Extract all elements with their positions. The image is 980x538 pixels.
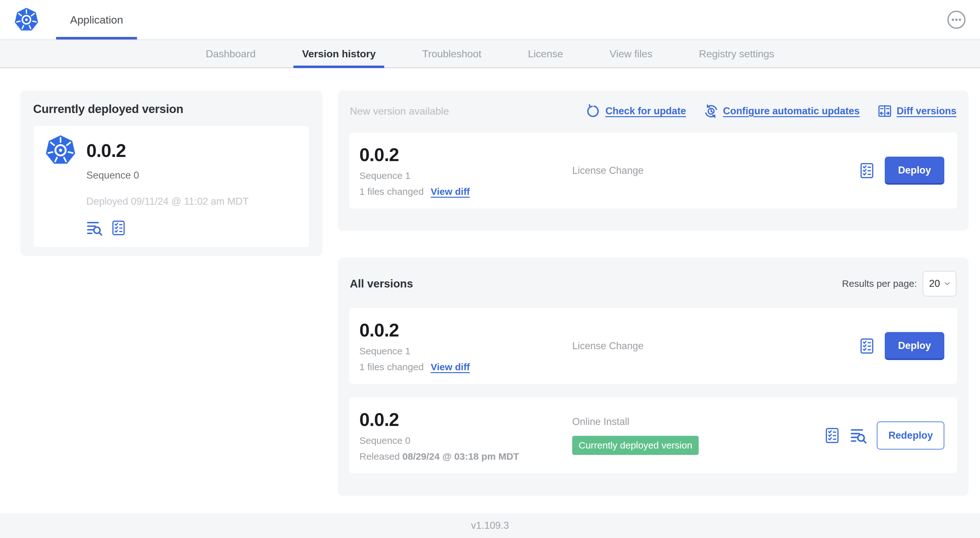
subnav: Dashboard Version history Troubleshoot L… — [0, 40, 980, 68]
app-footer: v1.109.3 — [0, 513, 980, 538]
deploy-button[interactable]: Deploy — [885, 332, 944, 360]
files-changed: 1 files changed — [360, 362, 424, 373]
deployed-sequence: Sequence 0 — [86, 170, 298, 181]
more-menu-button[interactable] — [947, 10, 966, 29]
app-logo — [14, 0, 39, 40]
results-per-page-label: Results per page: — [842, 278, 917, 289]
version-source: License Change — [572, 340, 858, 352]
version-number: 0.0.2 — [360, 144, 572, 165]
checklist-icon[interactable] — [858, 337, 876, 355]
version-number: 0.0.2 — [360, 409, 572, 430]
tab-dashboard[interactable]: Dashboard — [197, 40, 264, 68]
check-for-update-link[interactable]: Check for update — [586, 104, 686, 118]
chevron-down-icon — [943, 279, 951, 288]
new-version-title: New version available — [350, 105, 449, 117]
tab-registry-settings[interactable]: Registry settings — [690, 40, 783, 68]
version-sequence: Sequence 1 — [360, 346, 572, 357]
version-sequence: Sequence 1 — [360, 170, 572, 181]
diff-icon — [877, 104, 892, 118]
kubernetes-logo-icon — [14, 7, 39, 32]
main-content: Currently deployed version 0.0.2 Sequenc… — [0, 68, 980, 513]
checklist-icon[interactable] — [823, 427, 841, 444]
refresh-icon — [586, 104, 601, 118]
diff-versions-link[interactable]: Diff versions — [877, 104, 956, 118]
redeploy-button[interactable]: Redeploy — [877, 422, 944, 449]
currently-deployed-badge: Currently deployed version — [572, 436, 699, 455]
console-version: v1.109.3 — [471, 520, 509, 531]
currently-deployed-card: 0.0.2 Sequence 0 Deployed 09/11/24 @ 11:… — [33, 125, 310, 248]
tab-troubleshoot[interactable]: Troubleshoot — [414, 40, 490, 68]
view-diff-link[interactable]: View diff — [431, 362, 470, 373]
checklist-icon[interactable] — [858, 162, 876, 179]
right-column: New version available Check for update C… — [338, 90, 969, 513]
new-version-row: 0.0.2 Sequence 1 1 files changed View di… — [349, 132, 957, 208]
kubernetes-app-icon — [45, 135, 76, 166]
app-tab-label: Application — [70, 14, 123, 26]
currently-deployed-panel: Currently deployed version 0.0.2 Sequenc… — [21, 90, 323, 256]
version-row: 0.0.2 Sequence 0 Released 08/29/24 @ 03:… — [349, 397, 957, 473]
all-versions-panel: All versions Results per page: 20 0.0.2 … — [338, 257, 969, 496]
view-diff-link[interactable]: View diff — [431, 186, 470, 197]
tab-view-files[interactable]: View files — [601, 40, 661, 68]
version-number: 0.0.2 — [360, 319, 572, 341]
tab-license[interactable]: License — [519, 40, 571, 68]
deploy-button[interactable]: Deploy — [885, 157, 944, 185]
tab-version-history[interactable]: Version history — [293, 40, 384, 68]
app-header: Application — [0, 0, 980, 40]
all-versions-title: All versions — [350, 277, 413, 290]
logs-icon[interactable] — [86, 219, 103, 236]
results-per-page-select[interactable]: 20 — [923, 271, 956, 297]
files-changed: 1 files changed — [360, 186, 424, 197]
currently-deployed-title: Currently deployed version — [33, 103, 310, 116]
released-timestamp: Released 08/29/24 @ 03:18 pm MDT — [360, 451, 519, 462]
logs-icon[interactable] — [850, 427, 868, 444]
new-version-panel: New version available Check for update C… — [338, 90, 969, 231]
tab-application[interactable]: Application — [56, 0, 137, 40]
version-sequence: Sequence 0 — [360, 435, 572, 446]
version-row: 0.0.2 Sequence 1 1 files changed View di… — [349, 308, 957, 384]
clock-update-icon — [704, 104, 718, 118]
configure-automatic-updates-link[interactable]: Configure automatic updates — [704, 104, 859, 118]
ellipsis-icon — [947, 10, 966, 29]
deployed-version-number: 0.0.2 — [86, 140, 126, 161]
version-source: License Change — [572, 165, 858, 176]
checklist-icon[interactable] — [110, 219, 127, 236]
version-source: Online Install — [572, 416, 823, 427]
deployed-timestamp: Deployed 09/11/24 @ 11:02 am MDT — [86, 196, 298, 207]
